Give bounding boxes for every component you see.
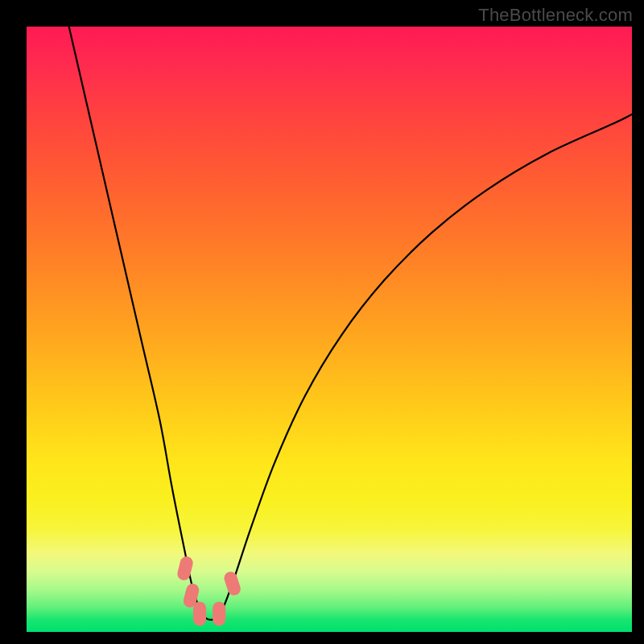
chart-plot-area [27,27,632,632]
watermark-text: TheBottleneck.com [478,5,633,26]
chart-svg [27,27,632,632]
marker-group [176,555,242,626]
curve-marker [213,601,225,625]
bottleneck-curve [69,27,632,620]
curve-marker [193,601,206,625]
curve-marker [222,570,242,597]
chart-frame: TheBottleneck.com [0,0,644,644]
curve-marker [176,555,195,582]
